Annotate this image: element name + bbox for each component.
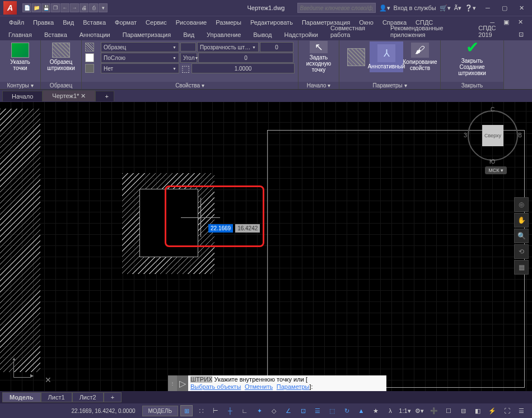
doc-tab-start[interactable]: Начало	[2, 91, 43, 101]
status-transparency-icon[interactable]: ⬚	[326, 405, 338, 416]
menu-tools[interactable]: Сервис	[141, 18, 171, 27]
status-lineweight-icon[interactable]: ☰	[311, 405, 324, 416]
close-hatch-button[interactable]: ✔ Закрыть Создание штриховки	[444, 41, 500, 72]
ucs-icon[interactable]	[11, 357, 34, 380]
hatch-pattern-button[interactable]: Образец штриховки	[44, 41, 78, 72]
status-otrack-icon[interactable]: ⊡	[297, 405, 309, 416]
ribbon-collapse-icon[interactable]: ⊡	[512, 29, 530, 40]
panel-title-properties[interactable]: Свойства ▾	[82, 82, 298, 89]
status-ortho-icon[interactable]: ∟	[239, 405, 251, 416]
cmdline-opt-undo[interactable]: Отменить	[245, 383, 273, 390]
qa-redo-icon[interactable]: →	[70, 3, 79, 12]
cmdline-prompt-icon[interactable]: ▷	[177, 375, 188, 391]
panel-title-pattern[interactable]: Образец	[41, 82, 81, 89]
status-units-icon[interactable]: ☐	[442, 405, 455, 416]
status-annomonitor-icon[interactable]: ➕	[428, 405, 440, 416]
wcs-dropdown[interactable]: МСК ▾	[485, 166, 507, 174]
qa-more-icon[interactable]: ▾	[99, 3, 108, 12]
status-model-button[interactable]: МОДЕЛЬ	[142, 406, 178, 416]
help-icon[interactable]: ❔▾	[465, 4, 476, 12]
command-line[interactable]: ⋮ ▷ ШТРИХ Укажите внутреннюю точку или […	[168, 375, 386, 391]
viewcube-south[interactable]: Ю	[489, 159, 495, 165]
match-properties-button[interactable]: 🖌 Копирование свойств	[403, 41, 437, 72]
cmdline-content[interactable]: ШТРИХ Укажите внутреннюю точку или [ Выб…	[188, 375, 386, 391]
cart-icon[interactable]: 🛒▾	[440, 4, 451, 12]
view-cube[interactable]: Сверху С Ю З В	[465, 108, 521, 164]
status-coordinates[interactable]: 22.1669, 16.4242, 0.0000	[67, 408, 140, 414]
status-isodraft-icon[interactable]: ◇	[268, 405, 280, 416]
cmdline-opt-settings[interactable]: Параметры	[277, 383, 310, 390]
viewcube-east[interactable]: В	[518, 132, 522, 138]
coord-x-value[interactable]: 22.1669	[208, 224, 233, 233]
status-isolate-icon[interactable]: ◧	[472, 405, 484, 416]
menu-view[interactable]: Вид	[58, 18, 78, 27]
nav-wheel-icon[interactable]: ◎	[514, 197, 529, 212]
set-origin-button[interactable]: ↖ Задать исходную точку	[302, 41, 335, 72]
nav-orbit-icon[interactable]: ⟲	[514, 244, 529, 259]
cmdline-drag-handle[interactable]: ⋮	[168, 375, 177, 391]
pattern-type-dropdown[interactable]: Образец	[101, 42, 179, 52]
ribbon-tab-insert[interactable]: Вставка	[38, 29, 73, 40]
maximize-button[interactable]: ▢	[496, 2, 513, 13]
ribbon-tab-manage[interactable]: Управление	[200, 29, 247, 40]
status-polar-icon[interactable]: ✦	[253, 405, 265, 416]
drawing-canvas[interactable]: 22.1669 16.4242 Сверху С Ю З В МСК ▾ ◎ ✋…	[0, 102, 532, 391]
ribbon-tab-addins[interactable]: Надстройки	[278, 29, 324, 40]
panel-title-boundaries[interactable]: Контуры ▾	[0, 82, 40, 89]
tab-close-icon[interactable]: ✕	[81, 92, 86, 99]
menu-dimension[interactable]: Размеры	[211, 18, 246, 27]
annotative-button[interactable]: ⅄ Аннотативный	[370, 41, 403, 72]
panel-title-origin[interactable]: Начало ▾	[298, 82, 339, 89]
status-infer-icon[interactable]: ⊢	[209, 405, 222, 416]
transparency-dropdown[interactable]: Прозрачность шт…	[197, 42, 259, 52]
status-snap-icon[interactable]: ⸬	[195, 405, 207, 416]
status-osnap-icon[interactable]: ∠	[282, 405, 295, 416]
search-input[interactable]	[297, 3, 376, 13]
background-color-dropdown[interactable]: Нет	[101, 63, 179, 73]
qa-open-icon[interactable]: 📁	[32, 3, 41, 12]
doc-tab-new[interactable]: +	[95, 91, 114, 101]
menu-draw[interactable]: Рисование	[171, 18, 211, 27]
transparency-input[interactable]	[260, 42, 293, 52]
qa-new-icon[interactable]: 📄	[22, 3, 31, 12]
pick-points-button[interactable]: Указать точки	[3, 41, 37, 72]
status-annovis-icon[interactable]: ★	[370, 405, 382, 416]
status-quickprops-icon[interactable]: ⊟	[457, 405, 469, 416]
menu-format[interactable]: Формат	[110, 18, 141, 27]
qa-undo-icon[interactable]: ←	[60, 3, 69, 12]
ribbon-tab-view[interactable]: Вид	[177, 29, 200, 40]
hatch-color-dropdown[interactable]: ПоСлою	[101, 53, 179, 63]
ribbon-tab-annotate[interactable]: Аннотации	[73, 29, 116, 40]
nav-pan-icon[interactable]: ✋	[514, 213, 529, 227]
status-scale-icon[interactable]: 1:1▾	[399, 405, 411, 416]
status-autoscale-icon[interactable]: λ	[384, 405, 396, 416]
associative-button[interactable]	[343, 41, 370, 72]
layout-tab-sheet2[interactable]: Лист2	[72, 392, 104, 402]
ribbon-tab-featured[interactable]: Рекомендованные приложения	[384, 22, 472, 40]
layout-tab-add[interactable]: +	[104, 392, 122, 402]
status-workspace-icon[interactable]: ⚙▾	[413, 405, 426, 416]
nav-zoom-icon[interactable]: 🔍	[514, 229, 529, 243]
menu-modify[interactable]: Редактировать	[246, 18, 297, 27]
nav-showmotion-icon[interactable]: ▦	[514, 260, 529, 275]
doc-tab-active[interactable]: Чертеж1* ✕	[43, 90, 95, 101]
signin-link[interactable]: Вход в службы	[394, 4, 436, 11]
status-customize-icon[interactable]: ☰	[515, 405, 528, 416]
cmdline-opt-select[interactable]: Выбрать объекты	[190, 383, 241, 390]
menu-edit[interactable]: Правка	[29, 18, 58, 27]
status-dyninput-icon[interactable]: ┼	[224, 405, 236, 416]
minimize-button[interactable]: ─	[479, 2, 496, 13]
qa-print-icon[interactable]: ⎙	[89, 3, 98, 12]
qa-saveas-icon[interactable]: ❐	[51, 3, 60, 12]
layout-tab-model[interactable]: Модель	[2, 392, 41, 402]
status-annoscale-icon[interactable]: ▲	[355, 405, 367, 416]
layout-tab-sheet1[interactable]: Лист1	[41, 392, 72, 402]
app-logo[interactable]: A	[3, 1, 17, 15]
status-cleanscreen-icon[interactable]: ⛶	[501, 405, 513, 416]
close-button[interactable]: ✕	[513, 2, 530, 13]
panel-title-options[interactable]: Параметры ▾	[339, 82, 440, 89]
angle-input[interactable]	[198, 53, 293, 63]
viewcube-top-face[interactable]: Сверху	[482, 125, 503, 146]
scale-input[interactable]	[192, 63, 295, 73]
user-icon[interactable]: 👤▾	[379, 4, 390, 12]
